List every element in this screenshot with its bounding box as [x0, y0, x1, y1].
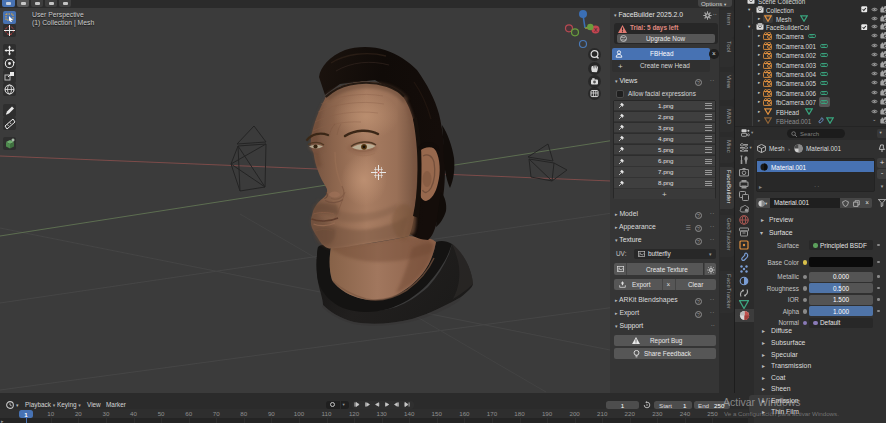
svg-text:X: X [594, 27, 598, 33]
